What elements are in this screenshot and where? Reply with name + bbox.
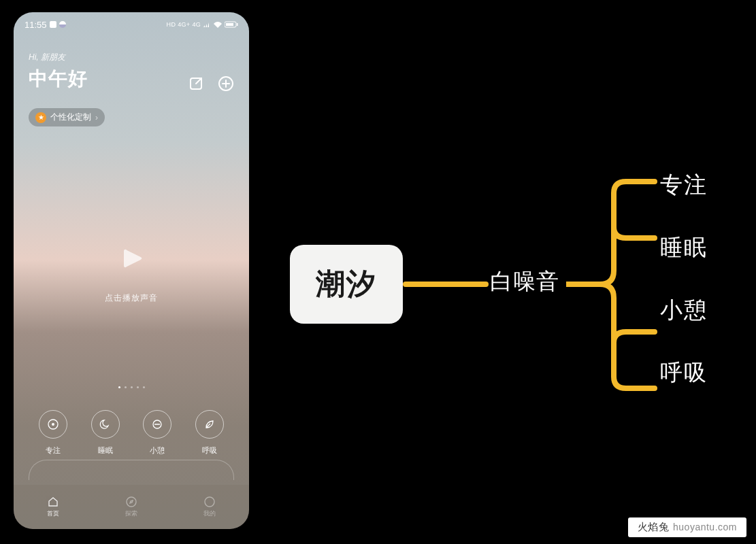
mode-row: 专注 睡眠 小憩 呼吸 [14,410,249,456]
mode-nap[interactable]: 小憩 [143,410,171,456]
greeting-large: 中午好 [29,66,88,92]
mindmap-leaf: 呼吸 [660,358,708,388]
mindmap: 潮汐 白噪音 专注 睡眠 小憩 呼吸 [286,163,749,394]
mode-label: 睡眠 [98,445,113,456]
bottom-card-peek[interactable] [29,460,234,480]
tab-label: 探索 [125,509,137,518]
mode-label: 小憩 [150,445,165,456]
tab-bar: 首页 探索 我的 [14,485,249,529]
share-icon[interactable] [188,75,204,92]
tab-home[interactable]: 首页 [47,496,59,518]
tab-label: 我的 [203,509,216,518]
svg-rect-2 [237,23,238,26]
page-dots [14,386,249,388]
svg-rect-1 [226,23,233,26]
greeting-small: Hi, 新朋友 [29,52,88,63]
tab-explore[interactable]: 探索 [125,496,137,518]
chevron-right-icon: › [95,113,98,122]
mindmap-leaf: 睡眠 [660,233,708,263]
compass-icon [125,496,137,508]
moon-icon [91,410,120,439]
focus-icon [39,410,67,439]
svg-point-9 [127,497,136,507]
tab-label: 首页 [47,509,59,518]
mode-breathe[interactable]: 呼吸 [195,410,224,456]
status-time: 11:55 [24,20,47,30]
connector-line [403,282,489,287]
home-icon [47,496,59,508]
svg-point-6 [52,423,54,426]
add-icon[interactable] [218,75,234,92]
mode-label: 专注 [46,445,61,456]
status-weather-icon [59,21,66,28]
profile-icon [203,496,216,508]
tab-profile[interactable]: 我的 [203,496,216,518]
bracket-connector [566,173,668,397]
play-label: 点击播放声音 [14,292,249,304]
svg-point-10 [205,497,214,507]
mindmap-leaf: 专注 [660,170,708,201]
customize-pill[interactable]: ★ 个性化定制 › [29,108,105,126]
phone-mockup: 11:55 HD4G+4G Hi, 新朋友 中午好 ★ 个性化定制 › 点击播放 [14,12,249,529]
customize-pill-label: 个性化定制 [50,112,91,123]
status-indicator-icon [50,21,56,28]
status-right-icons: HD4G+4G [167,21,238,28]
mode-focus[interactable]: 专注 [39,410,67,456]
mindmap-middle: 白噪音 [490,267,559,297]
status-bar: 11:55 HD4G+4G [14,12,249,33]
play-button[interactable] [116,243,146,273]
mode-sleep[interactable]: 睡眠 [91,410,120,456]
nap-icon [143,410,171,439]
mode-label: 呼吸 [202,445,217,456]
star-icon: ★ [35,112,46,123]
mindmap-leaf: 小憩 [660,295,708,326]
header: Hi, 新朋友 中午好 [14,33,249,100]
leaf-icon [195,410,224,439]
watermark: 火焰兔huoyantu.com [628,517,746,537]
mindmap-root: 潮汐 [290,245,403,324]
